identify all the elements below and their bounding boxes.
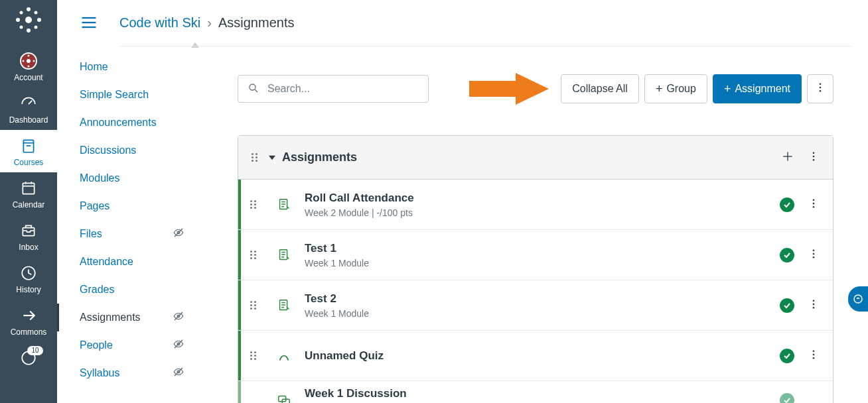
assignment-row[interactable]: Test 2 Week 1 Module — [238, 280, 833, 331]
svg-point-43 — [820, 83, 822, 85]
nav-dashboard[interactable]: Dashboard — [0, 87, 57, 130]
canvas-logo[interactable] — [14, 5, 43, 34]
row-options-button[interactable] — [808, 298, 820, 312]
dashboard-icon — [19, 94, 38, 113]
course-nav-panel: Home Simple Search Announcements Discuss… — [57, 0, 196, 403]
course-nav-syllabus[interactable]: Syllabus — [57, 359, 196, 387]
course-nav-simple-search[interactable]: Simple Search — [57, 81, 196, 109]
nav-inbox[interactable]: Inbox — [0, 215, 57, 257]
drag-handle-icon[interactable] — [250, 351, 258, 360]
course-nav-label: Home — [80, 61, 108, 73]
drag-handle-icon[interactable] — [250, 200, 258, 209]
svg-point-61 — [813, 300, 815, 302]
drag-handle-icon[interactable] — [250, 251, 258, 259]
svg-point-66 — [813, 357, 815, 359]
svg-point-49 — [813, 152, 815, 154]
collapse-all-button[interactable]: Collapse All — [561, 74, 639, 103]
assignment-group-header: Assignments — [238, 136, 833, 180]
course-nav-label: Simple Search — [80, 89, 149, 101]
svg-point-58 — [813, 253, 815, 255]
svg-point-8 — [35, 26, 38, 29]
published-icon[interactable] — [780, 393, 794, 404]
nav-commons[interactable]: Commons — [0, 300, 57, 342]
course-nav-grades[interactable]: Grades — [57, 276, 196, 304]
toolbar-options-button[interactable] — [807, 74, 833, 103]
nav-inbox-label: Inbox — [19, 243, 38, 252]
assignment-row[interactable]: Week 1 Discussion Week 3 Module | Due Au… — [238, 381, 833, 403]
collapse-toggle-button[interactable] — [269, 152, 275, 163]
plus-icon: + — [724, 82, 731, 96]
svg-point-64 — [813, 350, 815, 352]
svg-point-54 — [813, 203, 815, 205]
svg-point-14 — [23, 60, 25, 62]
courses-icon — [19, 137, 38, 155]
search-icon — [248, 82, 259, 96]
hamburger-menu-button[interactable] — [80, 13, 98, 34]
svg-point-13 — [28, 66, 30, 68]
published-icon[interactable] — [780, 198, 794, 212]
svg-point-50 — [813, 156, 815, 158]
course-nav-label: People — [80, 339, 113, 351]
course-nav-people[interactable]: People — [57, 331, 196, 359]
discussion-type-icon — [277, 393, 291, 404]
breadcrumb-current: Assignments — [218, 15, 295, 30]
drag-handle-icon[interactable] — [252, 153, 259, 162]
nav-history[interactable]: History — [0, 257, 57, 300]
hidden-eye-icon — [173, 227, 184, 241]
svg-line-41 — [255, 89, 257, 92]
drag-handle-icon[interactable] — [250, 301, 258, 310]
breadcrumb-separator-icon: › — [207, 15, 212, 30]
history-icon — [19, 264, 38, 282]
assignment-meta: Week 1 Module — [305, 258, 780, 268]
annotation-arrow-icon — [469, 73, 549, 105]
course-nav-attendance[interactable]: Attendance — [57, 248, 196, 276]
svg-point-53 — [813, 199, 815, 201]
course-nav-discussions[interactable]: Discussions — [57, 137, 196, 164]
add-assignment-to-group-button[interactable] — [781, 150, 794, 165]
assignment-type-icon — [277, 248, 291, 262]
group-options-button[interactable] — [808, 150, 820, 164]
assignment-row[interactable]: Unnamed Quiz — [238, 331, 833, 381]
svg-point-62 — [813, 304, 815, 306]
hidden-eye-icon — [173, 366, 184, 380]
nav-calendar[interactable]: Calendar — [0, 172, 57, 215]
assignment-title: Unnamed Quiz — [305, 349, 780, 363]
published-icon[interactable] — [780, 298, 794, 313]
course-nav-label: Attendance — [80, 256, 133, 268]
row-options-button[interactable] — [808, 198, 820, 211]
course-nav-label: Assignments — [80, 312, 141, 323]
assignment-meta: Week 2 Module | -/100 pts — [305, 207, 780, 218]
course-nav-modules[interactable]: Modules — [57, 164, 196, 192]
add-group-label: Group — [666, 83, 695, 95]
help-bubble-button[interactable] — [848, 286, 868, 312]
course-nav-files[interactable]: Files — [57, 220, 196, 248]
course-nav: Home Simple Search Announcements Discuss… — [57, 46, 196, 387]
published-icon[interactable] — [780, 248, 794, 262]
course-nav-pages[interactable]: Pages — [57, 192, 196, 220]
search-input[interactable] — [267, 83, 419, 95]
add-group-button[interactable]: +Group — [644, 74, 707, 103]
add-assignment-button[interactable]: +Assignment — [713, 74, 802, 103]
search-field-wrap[interactable] — [238, 75, 429, 103]
course-nav-home[interactable]: Home — [57, 53, 196, 81]
assignment-title: Week 1 Discussion — [305, 387, 780, 400]
row-options-button[interactable] — [808, 248, 820, 262]
breadcrumb-course-link[interactable]: Code with Ski — [119, 15, 200, 30]
assignment-meta: Week 1 Module — [305, 308, 780, 319]
svg-point-4 — [37, 18, 41, 22]
assignment-title: Test 2 — [305, 292, 780, 306]
row-options-button[interactable] — [808, 349, 820, 363]
svg-point-5 — [20, 11, 23, 15]
course-nav-announcements[interactable]: Announcements — [57, 109, 196, 137]
nav-dashboard-label: Dashboard — [9, 115, 48, 125]
assignment-row[interactable]: Roll Call Attendance Week 2 Module | -/1… — [238, 180, 833, 230]
assignment-type-icon — [277, 198, 291, 212]
global-nav: Account Dashboard Courses Calendar Inbox… — [0, 0, 57, 403]
assignment-row[interactable]: Test 1 Week 1 Module — [238, 230, 833, 280]
nav-help[interactable] — [0, 342, 57, 367]
nav-account[interactable]: Account — [0, 45, 57, 87]
published-icon[interactable] — [780, 349, 794, 363]
nav-courses[interactable]: Courses — [0, 130, 57, 172]
svg-point-45 — [820, 90, 822, 92]
course-nav-assignments[interactable]: Assignments — [57, 304, 196, 331]
